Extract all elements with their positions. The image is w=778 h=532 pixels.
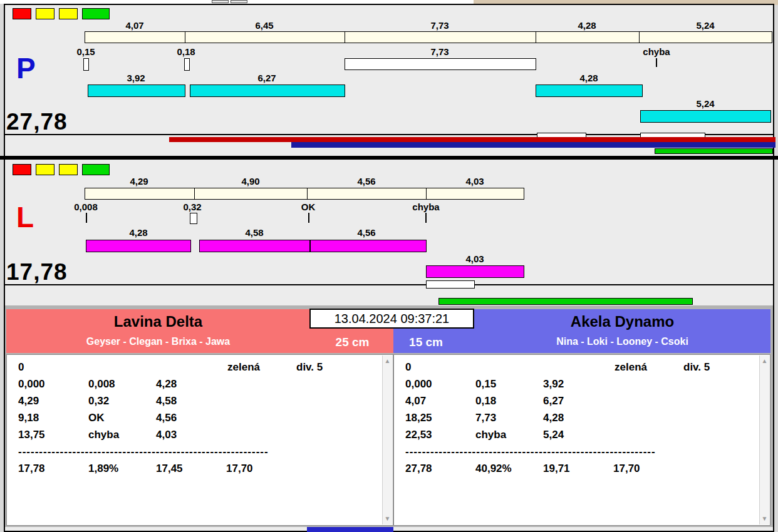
status-light-green [82, 164, 110, 175]
run-time-label: 5,24 [680, 98, 730, 109]
event-label: 0,15 [61, 46, 111, 57]
vertical-scrollbar[interactable]: ▲ ▼ [759, 356, 769, 524]
panel-l-underline [5, 284, 773, 285]
event-label: 0,32 [167, 202, 217, 212]
split-bar [639, 31, 772, 43]
run-bar [88, 84, 185, 97]
table-divider: ----------------------------------------… [18, 446, 275, 463]
split-time-label: 4,90 [226, 176, 276, 187]
split-time-label: 4,56 [341, 176, 392, 187]
event-mark-box [190, 213, 197, 224]
status-light-yellow-2 [59, 164, 78, 175]
table-row: 4,290,324,58 [18, 395, 393, 412]
cell-card: zelená [227, 361, 296, 374]
table-row: 4,070,186,27 [405, 395, 770, 412]
table-header-row: 0zelenádiv. 5 [18, 361, 393, 378]
split-bar [85, 31, 185, 43]
team-left-dogs: Geyser - Clegan - Brixa - Jawa [6, 336, 310, 347]
event-tick [308, 213, 309, 223]
event-mark-box [83, 58, 89, 71]
scroll-up-icon[interactable]: ▲ [383, 357, 392, 366]
status-light-red [13, 8, 31, 19]
cell-faults: 0 [18, 361, 88, 374]
lane-letter-l: L [16, 203, 34, 232]
run-bar [310, 240, 427, 252]
event-tick [656, 58, 657, 67]
table-row: 9,18OK4,56 [18, 412, 393, 429]
run-time-label: 4,56 [341, 227, 392, 238]
table-divider: ----------------------------------------… [405, 446, 662, 463]
status-light-red [13, 164, 31, 175]
table-row: 13,75chyba4,03 [18, 429, 393, 446]
split-time-label: 4,03 [450, 176, 500, 187]
run-bar [199, 240, 310, 252]
vertical-scrollbar[interactable]: ▲ ▼ [382, 356, 392, 524]
cell-card: zelená [615, 361, 683, 374]
lane-l-total-time: 17,78 [6, 260, 68, 284]
table-header-row: 0zelenádiv. 5 [405, 361, 770, 378]
run-bar [86, 240, 191, 252]
run-bar [640, 110, 771, 123]
scroll-down-icon[interactable]: ▼ [383, 514, 392, 523]
bottom-progress-strip [307, 527, 393, 532]
team-right-name: Akela Dynamo [474, 313, 770, 330]
run-time-label: 3,92 [111, 73, 161, 83]
table-row: 22,53chyba5,24 [405, 429, 770, 446]
run-bar [536, 84, 643, 97]
window-tab-fragment [231, 0, 247, 3]
timestamp: 13.04.2024 09:37:21 [309, 309, 474, 329]
event-label: chyba [401, 202, 451, 212]
split-bar [307, 188, 427, 200]
run-time-label: 6,27 [242, 73, 292, 83]
scroll-down-icon[interactable]: ▼ [760, 514, 769, 523]
split-time-label: 7,73 [415, 20, 465, 31]
team-left-jump-height: 25 cm [316, 335, 388, 349]
status-light-yellow-2 [59, 8, 78, 19]
event-mark-box [184, 58, 190, 71]
table-row: 18,257,734,28 [405, 412, 770, 429]
status-light-green [82, 8, 110, 19]
event-label: 0,18 [161, 46, 211, 57]
team-right-results-panel: 0zelenádiv. 5 0,0000,153,92 4,070,186,27… [393, 354, 770, 526]
progress-bar-navy [291, 142, 775, 148]
split-bar [85, 188, 195, 200]
split-bar [426, 188, 524, 200]
split-time-label: 4,29 [114, 176, 164, 187]
split-bar [194, 188, 308, 200]
split-time-label: 4,28 [562, 20, 612, 31]
cell-division: div. 5 [683, 361, 710, 374]
split-time-label: 5,24 [680, 20, 730, 31]
event-label: chyba [631, 46, 682, 57]
event-tick [86, 213, 87, 223]
event-label: 7,73 [415, 46, 465, 57]
team-left-results-panel: 0zelenádiv. 5 0,0000,0084,28 4,290,324,5… [6, 354, 393, 526]
cell-faults: 0 [405, 361, 475, 374]
table-summary-row: 27,7840,92%19,7117,70 [405, 463, 770, 479]
run-time-label: 4,28 [113, 227, 163, 238]
table-row: 0,0000,0084,28 [18, 378, 393, 395]
split-bar [185, 31, 345, 43]
split-bar [345, 31, 536, 43]
event-label: 0,008 [61, 202, 111, 212]
progress-outline-box [426, 280, 475, 289]
panel-divider [0, 156, 778, 160]
team-left-name: Lavina Delta [6, 313, 310, 330]
team-right-jump-height: 15 cm [395, 335, 457, 349]
run-bar [190, 84, 345, 97]
scroll-up-icon[interactable]: ▲ [760, 357, 769, 366]
table-row: 0,0000,153,92 [405, 378, 770, 395]
status-light-yellow-1 [36, 8, 54, 19]
team-right-dogs: Nina - Loki - Looney - Csoki [474, 336, 770, 347]
lane-p-total-time: 27,78 [6, 110, 68, 133]
window-tab-fragment [212, 0, 229, 3]
event-tick [425, 213, 427, 223]
progress-bar-green [655, 148, 773, 154]
status-light-yellow-1 [36, 164, 54, 175]
split-time-label: 4,07 [110, 20, 160, 31]
event-label: OK [283, 202, 333, 212]
run-bar [426, 265, 524, 278]
split-time-label: 6,45 [239, 20, 289, 31]
table-summary-row: 17,781,89%17,4517,70 [18, 463, 393, 479]
run-time-label: 4,58 [229, 227, 279, 238]
lane-letter-p: P [16, 54, 36, 83]
